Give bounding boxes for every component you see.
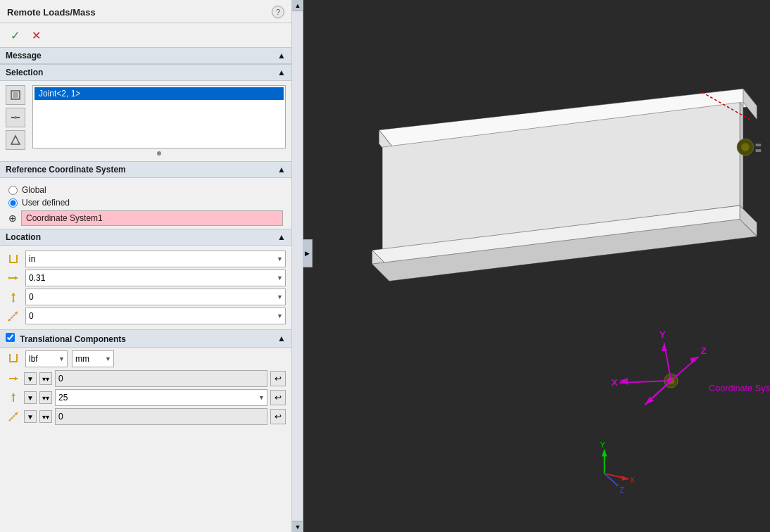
force-unit-select[interactable]: lbf N kN	[25, 350, 68, 367]
trans-y-down2-btn[interactable]: ▾▾	[39, 391, 52, 404]
location-x-select[interactable]: 0.31	[25, 270, 286, 286]
vertex-select-icon[interactable]	[6, 130, 25, 150]
corner-x-label: X	[630, 476, 635, 484]
user-defined-label[interactable]: User defined	[22, 198, 70, 208]
location-section-header[interactable]: Location ▲	[0, 229, 291, 246]
trans-x-down2-btn[interactable]: ▾▾	[39, 372, 52, 385]
selection-item: Joint<2, 1>	[34, 87, 284, 100]
svg-marker-9	[15, 276, 18, 280]
message-collapse-arrow: ▲	[277, 51, 286, 61]
right-pin-bottom	[755, 149, 761, 152]
location-area: in mm cm m ▼ 0.31 ▼	[0, 246, 291, 329]
trans-z-down2-btn[interactable]: ▾▾	[39, 410, 52, 423]
user-defined-radio[interactable]	[8, 198, 18, 208]
location-unit-select[interactable]: in mm cm m	[25, 251, 286, 267]
trans-x-input[interactable]	[55, 370, 267, 387]
location-unit-row: in mm cm m ▼	[6, 251, 286, 267]
selection-row: Joint<2, 1>	[6, 85, 286, 157]
svg-rect-6	[9, 255, 11, 262]
trans-y-select[interactable]: 25	[55, 389, 267, 406]
trans-z-reverse-btn[interactable]: ↩	[270, 409, 286, 424]
ref-coord-area: Global User defined ⊕ Coordinate System1	[0, 178, 291, 229]
trans-x-down-btn[interactable]: ▼	[24, 372, 37, 385]
trans-z-down-btn[interactable]: ▼	[24, 410, 37, 423]
scroll-down-btn[interactable]: ▼	[292, 521, 303, 532]
location-collapse-arrow: ▲	[277, 232, 286, 242]
trans-section-header[interactable]: Translational Components ▲	[0, 329, 291, 348]
svg-rect-17	[9, 361, 18, 362]
edge-select-icon[interactable]	[6, 108, 25, 127]
scroll-up-btn[interactable]: ▲	[292, 0, 303, 11]
svg-rect-7	[16, 255, 18, 262]
trans-section-label: Translational Components	[6, 333, 126, 344]
ref-coord-section-header[interactable]: Reference Coordinate System ▲	[0, 161, 291, 178]
selection-section-label: Selection	[6, 68, 43, 77]
panel-scrollbar: ▲ ▼ ▶	[292, 0, 303, 532]
selection-icons	[6, 85, 25, 157]
svg-point-16	[8, 319, 11, 322]
selection-scroll	[32, 148, 286, 157]
location-z-select[interactable]: 0	[25, 308, 286, 324]
trans-y-icon	[6, 390, 21, 405]
force-unit-wrapper: lbf N kN ▼	[25, 350, 68, 367]
global-label[interactable]: Global	[22, 185, 46, 195]
message-section-header[interactable]: Message ▲	[0, 47, 291, 64]
svg-rect-1	[13, 92, 18, 98]
svg-marker-12	[11, 293, 15, 296]
location-z-icon	[6, 308, 21, 324]
svg-point-10	[8, 277, 11, 279]
title-bar: Remote Loads/Mass ?	[0, 0, 291, 23]
z-axis-label: Z	[700, 346, 706, 356]
trans-x-reverse-btn[interactable]: ↩	[270, 371, 286, 386]
corner-y-label: Y	[600, 441, 605, 449]
trans-collapse-arrow: ▲	[277, 334, 286, 343]
location-y-select[interactable]: 0	[25, 289, 286, 305]
coord-system-input[interactable]: Coordinate System1	[21, 210, 283, 226]
coord-system-row: ⊕ Coordinate System1	[8, 210, 283, 226]
selection-list[interactable]: Joint<2, 1>	[32, 85, 286, 148]
trans-checkbox-inline	[6, 334, 20, 344]
trans-y-reverse-btn[interactable]: ↩	[270, 390, 286, 405]
trans-x-row: ▼ ▾▾ ↩	[6, 370, 286, 387]
scroll-track	[292, 11, 303, 521]
x-axis-label: X	[611, 377, 617, 388]
svg-rect-19	[16, 354, 18, 361]
toolbar: ✓ ✕	[0, 23, 291, 47]
help-button[interactable]: ?	[272, 6, 284, 18]
confirm-button[interactable]: ✓	[7, 27, 23, 43]
viewport: X Y Z Coordinate System1 Y X	[303, 0, 770, 532]
trans-y-select-wrapper: 25 ▼	[55, 389, 267, 406]
selection-section-header[interactable]: Selection ▲	[0, 64, 291, 81]
face-select-icon[interactable]	[6, 85, 25, 105]
trans-y-down-btn[interactable]: ▼	[24, 391, 37, 404]
location-y-select-wrapper: 0 ▼	[25, 289, 286, 305]
location-unit-select-wrapper: in mm cm m ▼	[25, 251, 286, 267]
trans-z-input[interactable]	[55, 408, 267, 425]
right-pin-top	[755, 144, 761, 146]
message-section-label: Message	[6, 51, 42, 61]
global-radio[interactable]	[8, 186, 18, 195]
svg-marker-23	[11, 393, 15, 396]
expand-tab[interactable]: ▶	[303, 239, 313, 267]
selection-area: Joint<2, 1>	[0, 81, 291, 161]
global-radio-row: Global	[8, 185, 283, 195]
trans-area: lbf N kN ▼ mm in cm m ▼ ▼	[0, 348, 291, 430]
trans-checkbox[interactable]	[6, 333, 15, 342]
svg-marker-4	[11, 136, 20, 144]
trans-x-icon	[6, 371, 21, 386]
location-x-icon	[6, 270, 21, 286]
trans-z-row: ▼ ▾▾ ↩	[6, 408, 286, 425]
svg-rect-18	[9, 354, 11, 361]
svg-point-13	[13, 300, 15, 303]
panel-title: Remote Loads/Mass	[7, 7, 96, 18]
location-y-icon	[6, 289, 21, 305]
trans-z-icon	[6, 409, 21, 424]
distance-unit-select[interactable]: mm in cm m	[72, 350, 114, 367]
beam-web-right	[740, 103, 743, 209]
trans-x-input-wrapper	[55, 370, 267, 387]
user-defined-radio-row: User defined	[8, 198, 283, 208]
cancel-button[interactable]: ✕	[28, 27, 44, 43]
ref-coord-collapse-arrow: ▲	[277, 165, 286, 175]
coord-system-icon: ⊕	[8, 213, 17, 224]
ref-coord-section-label: Reference Coordinate System	[6, 165, 126, 175]
